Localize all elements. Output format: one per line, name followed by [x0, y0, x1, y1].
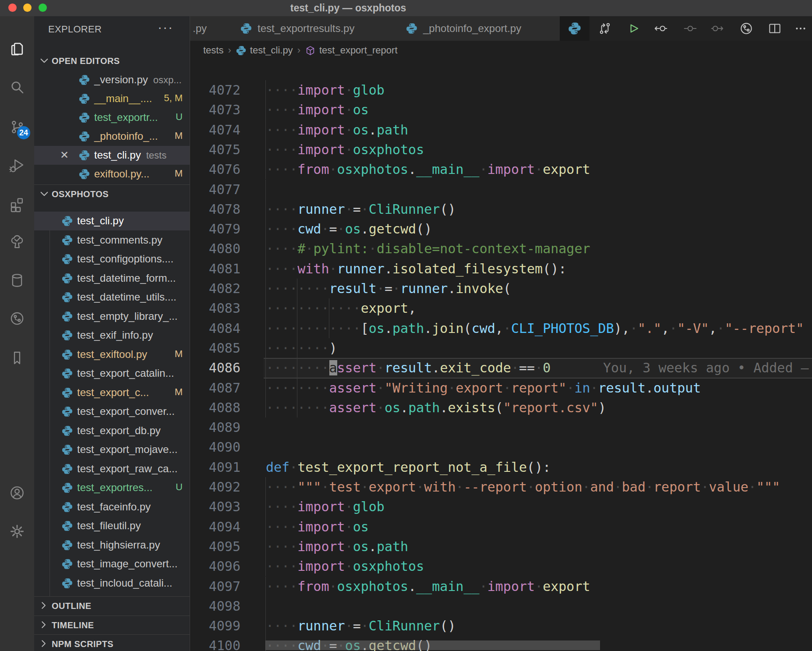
tree-item-test_faceinfopy[interactable]: test_faceinfo.py	[34, 498, 190, 517]
whitespace-dots: ·	[337, 221, 345, 237]
tree-item-test_clipy[interactable]: test_cli.py	[34, 212, 190, 230]
tree-item-test_export_c[interactable]: test_export_c...M	[34, 383, 190, 402]
breadcrumb-item[interactable]: test_cli.py	[250, 45, 293, 56]
code-editor[interactable]: 4072····import·glob4073····import·os4074…	[190, 60, 812, 651]
python-file-icon	[61, 291, 73, 303]
code-line-4077[interactable]: 4077	[190, 180, 812, 199]
reverse-continue-icon[interactable]	[683, 21, 698, 36]
breadcrumb-item[interactable]: test_export_report	[319, 45, 398, 56]
code-line-4093[interactable]: 4093····import·glob	[190, 497, 812, 517]
tree-item-test_commentspy[interactable]: test_comments.py	[34, 231, 190, 250]
tree-item-test_export_dbpy[interactable]: test_export_db.py	[34, 421, 190, 440]
code-line-4083[interactable]: 4083············export,	[190, 298, 812, 318]
code-line-4098[interactable]: 4098	[190, 596, 812, 616]
cube-icon	[305, 45, 316, 56]
step-over-icon[interactable]	[710, 21, 725, 36]
run-and-debug-icon[interactable]	[7, 155, 28, 176]
tree-item-test_highsierrapy[interactable]: test_highsierra.py	[34, 536, 190, 555]
code-line-4075[interactable]: 4075····import·osxphotos	[190, 140, 812, 159]
project-section-header[interactable]: OSXPHOTOS	[34, 184, 190, 204]
extensions-icon[interactable]	[7, 194, 28, 215]
code-line-4097[interactable]: 4097····from·osxphotos.__main__·import·e…	[190, 577, 812, 596]
section-timeline[interactable]: TIMELINE	[34, 616, 190, 635]
whitespace-dots: ·	[345, 202, 353, 217]
code-line-4091[interactable]: 4091def·test_export_report_not_a_file():	[190, 457, 812, 477]
testing-icon[interactable]	[7, 231, 28, 252]
tree-item-test_empty_library_[interactable]: test_empty_library_...	[34, 307, 190, 326]
more-actions-icon[interactable]	[793, 21, 808, 36]
account-icon[interactable]	[7, 482, 28, 503]
open-editors-section-header[interactable]: OPEN EDITORS	[34, 52, 190, 71]
tree-item-test_exif_infopy[interactable]: test_exif_info.py	[34, 326, 190, 345]
code-line-4086[interactable]: 4086········assert·result.exit_code·==·0…	[190, 358, 812, 378]
whitespace-dots: ····	[266, 261, 297, 276]
open-editor-item[interactable]: _photoinfo_...M	[34, 127, 190, 146]
code-line-4072[interactable]: 4072····import·glob	[190, 80, 812, 100]
open-editors-label: OPEN EDITORS	[52, 56, 120, 66]
code-line-4099[interactable]: 4099····runner·=·CliRunner()	[190, 616, 812, 636]
code-line-4087[interactable]: 4087········assert·"Writing·export·repor…	[190, 378, 812, 398]
code-line-4094[interactable]: 4094····import·os	[190, 517, 812, 537]
search-icon[interactable]	[7, 77, 28, 98]
step-back-icon[interactable]	[653, 21, 668, 36]
whitespace-dots: ·	[448, 380, 455, 396]
file-name: test_exportr...	[94, 111, 158, 124]
run-or-debug-icon[interactable]	[739, 21, 754, 36]
code-line-4082[interactable]: 4082········result·=·runner.invoke(	[190, 279, 812, 298]
line-number: 4075	[190, 140, 240, 159]
section-npm-scripts[interactable]: NPM SCRIPTS	[34, 634, 190, 651]
close-icon[interactable]: ✕	[59, 149, 70, 161]
tree-item-test_export_conver[interactable]: test_export_conver...	[34, 402, 190, 421]
code-line-4088[interactable]: 4088········assert·os.path.exists("repor…	[190, 398, 812, 417]
code-line-4085[interactable]: 4085········)	[190, 338, 812, 358]
explorer-more-icon[interactable]: ···	[158, 20, 173, 35]
tab-py[interactable]: .py	[190, 16, 231, 41]
open-editor-item[interactable]: test_exportr...U	[34, 108, 190, 127]
open-editor-item[interactable]: ✕test_cli.pytests	[34, 146, 190, 165]
split-editor-icon[interactable]	[767, 21, 782, 36]
database-icon[interactable]	[7, 270, 28, 291]
source-control-icon[interactable]: 24	[7, 117, 28, 138]
tree-item-test_configoptions[interactable]: test_configoptions....	[34, 250, 190, 269]
code-line-4073[interactable]: 4073····import·os	[190, 100, 812, 120]
tree-item-test_exportres[interactable]: test_exportres...U	[34, 478, 190, 497]
code-line-4076[interactable]: 4076····from·osxphotos.__main__·import·e…	[190, 159, 812, 179]
code-line-4081[interactable]: 4081····with·runner.isolated_filesystem(…	[190, 259, 812, 279]
code-line-4089[interactable]: 4089	[190, 417, 812, 437]
tree-item-test_incloud_catali[interactable]: test_incloud_catali...	[34, 574, 190, 593]
tab-_photoinfo_exportpy[interactable]: _photoinfo_export.py	[396, 16, 561, 41]
code-line-4096[interactable]: 4096····import·osxphotos	[190, 556, 812, 576]
section-outline[interactable]: OUTLINE	[34, 596, 190, 616]
tree-item-test_image_convert[interactable]: test_image_convert...	[34, 555, 190, 573]
tree-item-test_export_mojave[interactable]: test_export_mojave...	[34, 440, 190, 459]
compare-changes-icon[interactable]	[597, 21, 612, 36]
tree-item-test_export_raw_ca[interactable]: test_export_raw_ca...	[34, 460, 190, 478]
code-line-4095[interactable]: 4095····import·os.path	[190, 537, 812, 556]
code-line-4092[interactable]: 4092····"""·test·export·with·--report·op…	[190, 477, 812, 497]
tree-item-test_export_catalin[interactable]: test_export_catalin...	[34, 364, 190, 383]
tree-item-test_fileutilpy[interactable]: test_fileutil.py	[34, 517, 190, 535]
tree-item-test_datetime_utils[interactable]: test_datetime_utils....	[34, 288, 190, 307]
code-line-4080[interactable]: 4080····#·pylint:·disable=not-context-ma…	[190, 239, 812, 258]
run-python-file-icon[interactable]	[626, 21, 641, 36]
open-editor-item[interactable]: exiftool.py...M	[34, 165, 190, 184]
tree-item-test_exiftoolpy[interactable]: test_exiftool.pyM	[34, 345, 190, 364]
tab-test_exportresultspy[interactable]: test_exportresults.py	[230, 16, 397, 41]
git-graph-icon[interactable]	[7, 308, 28, 329]
line-number: 4090	[190, 437, 240, 457]
tree-item-test_datetime_form[interactable]: test_datetime_form...	[34, 269, 190, 288]
settings-icon[interactable]	[7, 521, 28, 542]
breadcrumb-separator: ›	[228, 45, 231, 56]
code-line-4078[interactable]: 4078····runner·=·CliRunner()	[190, 199, 812, 219]
bookmarks-icon[interactable]	[7, 347, 28, 368]
code-line-4074[interactable]: 4074····import·os.path	[190, 120, 812, 140]
code-line-4090[interactable]: 4090	[190, 437, 812, 457]
explorer-icon[interactable]	[7, 39, 28, 60]
open-editor-item[interactable]: __main__....5, M	[34, 89, 190, 108]
open-editor-item[interactable]: _version.pyosxp...	[34, 71, 190, 89]
horizontal-scrollbar[interactable]	[265, 640, 600, 650]
code-line-4084[interactable]: 4084············[os.path.join(cwd,·CLI_P…	[190, 318, 812, 338]
python-interpreter-button[interactable]	[560, 16, 590, 41]
breadcrumb-item[interactable]: tests	[203, 45, 223, 56]
code-line-4079[interactable]: 4079····cwd·=·os.getcwd()	[190, 219, 812, 239]
